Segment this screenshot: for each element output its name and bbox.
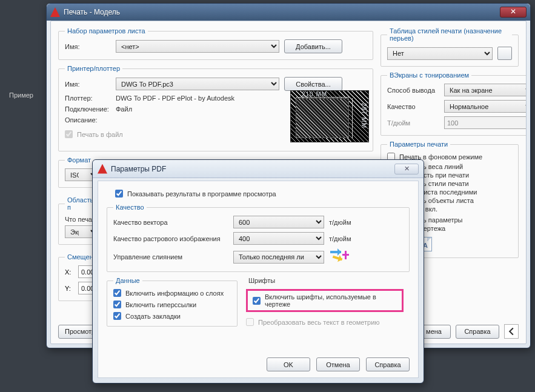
offset-y-label: Y:	[65, 285, 73, 292]
print-title: Печать - Модель	[64, 8, 500, 16]
merge-label: Управление слиянием	[113, 253, 228, 261]
pdf-quality-group: Качество Качество вектора 600 т/дюйм Кач…	[107, 204, 410, 272]
plotter-label: Плоттер:	[65, 95, 111, 102]
text-to-geom-check: Преобразовать весь текст в геометрию	[246, 318, 404, 326]
merge-icon	[329, 248, 348, 265]
shade-quality-select[interactable]: Нормальное	[444, 100, 527, 113]
connection-label: Подключение:	[65, 105, 111, 113]
plot-options-legend: Параметры печати	[387, 141, 450, 148]
vector-quality-select[interactable]: 600	[233, 216, 324, 228]
help-button[interactable]: Справка	[456, 325, 499, 339]
offset-x-label: X:	[65, 268, 73, 276]
printer-legend: Принтер/плоттер	[65, 65, 122, 72]
raster-quality-label: Качество растрового изображения	[113, 235, 228, 242]
background-label: Пример	[9, 91, 33, 99]
pdf-quality-legend: Качество	[113, 204, 147, 211]
page-name-label: Имя:	[65, 43, 111, 50]
pdf-fonts-group: Шрифты Включить шрифты, используемые в ч…	[246, 277, 410, 332]
shade-mode-label: Способ вывода	[387, 87, 439, 94]
expand-button[interactable]	[504, 324, 519, 339]
paper-height-label: 297 MM	[361, 103, 367, 128]
paper-preview: 210 MM 297 MM	[290, 90, 369, 142]
page-setup-group: Набор параметров листа Имя: <нет> Добави…	[58, 27, 373, 60]
page-setup-legend: Набор параметров листа	[65, 27, 148, 35]
shade-dpi-input	[444, 116, 527, 129]
printer-name-select[interactable]: DWG To PDF.pc3	[116, 78, 279, 90]
printer-name-label: Имя:	[65, 81, 111, 88]
raster-quality-select[interactable]: 400	[233, 232, 324, 245]
plot-styles-group: Таблица стилей печати (назначение перьев…	[380, 27, 519, 67]
print-titlebar[interactable]: Печать - Модель ✕	[47, 4, 530, 21]
pdf-help-button[interactable]: Справка	[366, 357, 410, 371]
add-page-setup-button[interactable]: Добавить...	[284, 39, 342, 53]
page-name-select[interactable]: <нет>	[116, 40, 279, 53]
shading-legend: ВЭкраны с тонированием	[387, 71, 471, 79]
app-logo-icon	[98, 164, 107, 174]
opt-drawing: чертежа	[420, 225, 512, 232]
pdf-options-dialog: Параметры PDF ✕ Показывать результаты в …	[92, 159, 424, 384]
description-label: Описание:	[65, 116, 111, 124]
create-bookmarks-check[interactable]: Создать закладки	[113, 312, 231, 320]
print-to-file-label: Печать в файл	[77, 131, 123, 138]
opt-lineweights: ть веса линий	[420, 163, 512, 170]
paper-width-label: 210 MM	[302, 91, 327, 98]
pdf-ok-button[interactable]: OK	[267, 357, 310, 371]
shade-dpi-label: Т/дюйм	[387, 119, 439, 127]
vector-dpi-unit: т/дюйм	[329, 219, 351, 226]
raster-dpi-unit: т/дюйм	[329, 235, 351, 242]
opt-last: листа последними	[420, 188, 512, 196]
show-results-check[interactable]: Показывать результаты в программе просмо…	[115, 190, 410, 198]
opt-save: ть параметры	[420, 216, 512, 224]
pdf-data-group: Данные Включить информацию о слоях Включ…	[107, 277, 238, 327]
shade-mode-select[interactable]: Как на экране	[444, 84, 527, 96]
include-links-check[interactable]: Включить гиперссылки	[113, 301, 231, 308]
plot-style-select[interactable]: Нет	[387, 47, 493, 60]
printer-props-button[interactable]: Свойства...	[284, 77, 342, 91]
pdf-fonts-legend: Шрифты	[246, 277, 277, 284]
close-icon[interactable]: ✕	[394, 164, 419, 174]
pdf-title: Параметры PDF	[111, 165, 394, 173]
merge-select[interactable]: Только последняя линия	[233, 251, 324, 264]
connection-value: Файл	[116, 105, 132, 113]
print-to-file-check: Печать в файл	[65, 130, 123, 138]
shading-group: ВЭкраны с тонированием Способ вывода Как…	[380, 71, 527, 136]
plotter-value: DWG To PDF - PDF ePlot - by Autodesk	[116, 95, 234, 102]
pdf-titlebar[interactable]: Параметры PDF ✕	[93, 160, 424, 178]
vector-quality-label: Качество вектора	[113, 219, 228, 226]
embed-fonts-highlight: Включить шрифты, используемые в чертеже	[246, 289, 404, 312]
printer-group: Принтер/плоттер Имя: DWG To PDF.pc3 Свой…	[58, 65, 373, 151]
print-to-file-checkbox	[65, 130, 73, 138]
plot-style-edit-button[interactable]	[497, 47, 512, 60]
format-legend: Формат	[65, 156, 93, 164]
opt-transparency: ость при печати	[420, 171, 512, 179]
app-logo-icon	[50, 7, 60, 17]
embed-fonts-check[interactable]: Включить шрифты, используемые в чертеже	[253, 293, 397, 308]
include-layers-check[interactable]: Включить информацию о слоях	[113, 289, 231, 297]
chevron-left-icon	[507, 327, 516, 336]
close-icon[interactable]: ✕	[500, 7, 527, 18]
opt-styles: ть стили печати	[420, 180, 512, 187]
opt-objects: ть объекты листа	[420, 197, 512, 204]
plot-styles-legend: Таблица стилей печати (назначение перьев…	[387, 27, 512, 42]
pdf-data-legend: Данные	[113, 277, 142, 284]
opt-on: ь вкл.	[420, 205, 512, 213]
pdf-cancel-button[interactable]: Отмена	[316, 357, 360, 371]
shade-quality-label: Качество	[387, 103, 439, 110]
